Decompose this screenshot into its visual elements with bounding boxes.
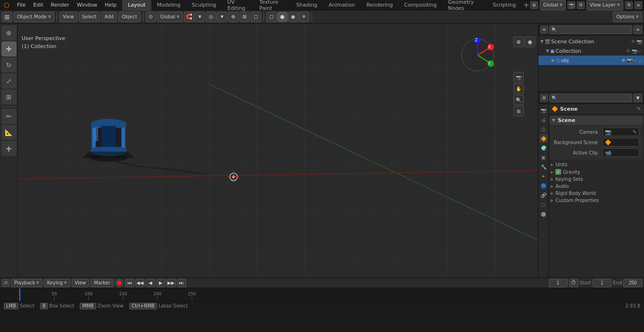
tab-compositing[interactable]: Compositing [398, 0, 442, 11]
transform-origin-icon[interactable]: ⊙ [146, 12, 156, 22]
props-scene-icon[interactable]: 🔶 [539, 134, 548, 143]
show-overlays-icon[interactable]: ⊞ [239, 12, 250, 22]
playback-menu[interactable]: Playback ▼ [11, 279, 42, 287]
rendered-shading[interactable]: ☀ [299, 12, 309, 22]
tab-geometry-nodes[interactable]: Geometry Nodes [442, 0, 487, 11]
marker-menu[interactable]: Marker [91, 279, 114, 287]
collection-row[interactable]: ▼ ▣ Collection 👁 📷 ✓ [538, 46, 644, 56]
collection-select[interactable]: ✓ [638, 49, 642, 54]
view-layer-settings-icon[interactable]: ⧉ [625, 1, 633, 9]
solid-shading[interactable]: ● [277, 12, 288, 22]
timeline-ruler[interactable]: 1 50 100 150 200 250 [0, 288, 644, 301]
xray-icon[interactable]: ◻ [251, 12, 261, 22]
rotate-tool[interactable]: ↻ [1, 57, 17, 73]
viewport-gizmo-toggle[interactable]: ⊕ [513, 37, 524, 47]
tab-modeling[interactable]: Modeling [151, 0, 186, 11]
tab-uv-editing[interactable]: UV Editing [222, 0, 254, 11]
rigid-body-world-section[interactable]: ▶ Rigid Body World [549, 190, 644, 197]
add-object-tool[interactable]: + [1, 141, 17, 156]
viewport-camera-icon[interactable]: 📷 [513, 72, 524, 82]
tab-shading[interactable]: Shading [290, 0, 323, 11]
scene-collection-row[interactable]: ▼ 🎬 Scene Collection 👁 📷 [538, 37, 644, 46]
annotate-tool[interactable]: ✏ [1, 109, 17, 124]
tab-layout[interactable]: Layout [122, 0, 151, 11]
proportional-options[interactable]: ▼ [217, 12, 227, 22]
record-button[interactable] [115, 279, 124, 287]
tab-rendering[interactable]: Rendering [361, 0, 398, 11]
view-menu[interactable]: View [59, 12, 77, 22]
props-render-icon[interactable]: 📷 [539, 106, 548, 114]
camera-field[interactable]: 📷 ✎ [603, 128, 639, 136]
start-frame-input[interactable]: 1 [593, 279, 611, 287]
proportional-edit[interactable]: ◎ [206, 12, 216, 22]
props-filter-btn[interactable]: ▼ [634, 94, 642, 102]
keying-menu[interactable]: Keying ▼ [44, 279, 70, 287]
material-shading[interactable]: ◉ [288, 12, 298, 22]
props-material-icon[interactable]: ⬤ [539, 210, 548, 218]
jump-to-start[interactable]: ⏮ [125, 279, 134, 287]
menu-edit[interactable]: Edit [29, 0, 47, 10]
viewport-hand-icon[interactable]: ✋ [513, 83, 524, 94]
menu-render[interactable]: Render [47, 0, 73, 10]
scale-tool[interactable]: ⤢ [1, 73, 17, 89]
properties-editor-type[interactable]: ⚙ [540, 94, 548, 102]
obj-select-vis[interactable]: ✓ [634, 58, 637, 63]
collection-camera-vis[interactable]: 📷 [632, 49, 637, 54]
background-scene-field[interactable]: 🔶 [603, 138, 639, 146]
tab-scripting[interactable]: Scripting [487, 0, 521, 11]
scene-collection-eye[interactable]: 👁 [631, 39, 636, 44]
view-layer-dropdown[interactable]: View Layer ▼ [586, 0, 623, 10]
tab-animation[interactable]: Animation [323, 0, 361, 11]
props-view-layer-icon[interactable]: ◫ [539, 125, 548, 133]
transform-tool[interactable]: ⊞ [1, 89, 17, 105]
blender-logo-icon[interactable]: ⬡ [0, 0, 13, 10]
scene-settings-icon[interactable]: ⚙ [530, 1, 538, 9]
props-particles-icon[interactable]: ✦ [539, 172, 548, 180]
props-object-icon[interactable]: ▣ [539, 153, 548, 162]
filter-icon[interactable]: ≡ [635, 1, 642, 9]
play-forward[interactable]: ▶ [156, 279, 165, 287]
menu-file[interactable]: File [13, 0, 29, 10]
props-output-icon[interactable]: 🖨 [539, 115, 548, 124]
fps-clock-icon[interactable]: ⏱ [569, 279, 578, 287]
wireframe-shading[interactable]: ◻ [266, 12, 277, 22]
move-tool[interactable]: ✛ [1, 41, 17, 57]
obj-eye[interactable]: 👁 [621, 58, 626, 63]
copy-scene-icon[interactable]: ⧉ [577, 1, 585, 9]
viewport-zoom-icon[interactable]: 🔍 [513, 95, 524, 105]
props-world-icon[interactable]: 🌍 [539, 144, 548, 152]
outliner-filter-btn[interactable]: ≡ [634, 25, 642, 34]
viewport-frame-icon[interactable]: ⊞ [513, 106, 524, 116]
scene-collection-render[interactable]: 📷 [636, 39, 642, 44]
props-modifier-icon[interactable]: 🔧 [539, 162, 548, 171]
obj-extra-icon[interactable]: △ [638, 58, 642, 63]
show-gizmo-icon[interactable]: ⊕ [228, 12, 239, 22]
timeline-view-menu[interactable]: View [72, 279, 90, 287]
add-workspace-button[interactable]: + [522, 0, 530, 10]
gravity-checkbox[interactable]: ✓ [555, 169, 561, 175]
props-data-icon[interactable]: ⬡ [539, 200, 548, 209]
outliner-editor-type[interactable]: ≡ [540, 26, 548, 33]
add-menu[interactable]: Add [101, 12, 117, 22]
menu-help[interactable]: Help [101, 0, 120, 10]
render-icon[interactable]: 📷 [568, 1, 575, 9]
prev-keyframe[interactable]: ◀◀ [135, 279, 145, 287]
props-constraints-icon[interactable]: 🔗 [539, 191, 548, 199]
timeline-editor-type[interactable]: ⏱ [2, 279, 9, 287]
viewport-overlay-toggle[interactable]: ◉ [525, 37, 535, 47]
scene-dropdown[interactable]: Global ▼ [540, 0, 566, 10]
active-clip-field[interactable]: 📹 [603, 148, 639, 157]
keying-sets-section[interactable]: ▶ Keying Sets [549, 176, 644, 183]
next-keyframe[interactable]: ▶▶ [166, 279, 176, 287]
navigation-gizmo[interactable]: X Y Z [460, 38, 495, 73]
end-frame-input[interactable]: 250 [623, 279, 642, 287]
props-panel-edit[interactable]: ✎ [637, 106, 641, 112]
play-backward[interactable]: ◀ [146, 279, 155, 287]
obj-camera-vis[interactable]: 📷 [627, 58, 633, 63]
scene-section-header[interactable]: ▶ Scene [550, 116, 643, 125]
mode-selector[interactable]: Object Mode ▼ [14, 12, 54, 22]
select-menu[interactable]: Select [79, 12, 100, 22]
collection-eye[interactable]: 👁 [626, 49, 631, 54]
outliner-search[interactable]: 🔍 [549, 25, 632, 34]
viewport-3d[interactable]: User Perspective (1) Collection X Y Z [18, 24, 538, 277]
